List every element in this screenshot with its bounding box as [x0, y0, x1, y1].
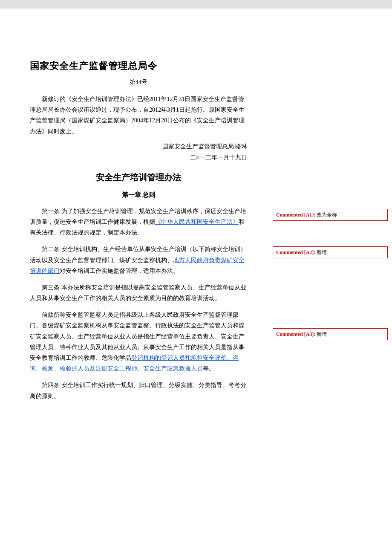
doc-number: 第44号 — [30, 78, 247, 86]
comment-a2-text: 新增 — [317, 249, 327, 255]
comment-a1-label: Commented [A1]: — [276, 212, 317, 218]
article-3-para2: 前款所称安全监管监察人员是指县级以上各级人民政府安全生产监督管理部门、各级煤矿安… — [30, 309, 247, 374]
article-4: 第四条 安全培训工作实行统一规划、归口管理、分级实施、分类指导、考考分离的原则。 — [30, 380, 247, 401]
comment-a3-text: 新增 — [317, 331, 327, 337]
comment-a3: Commented [A3]: 新增 — [273, 328, 388, 340]
comment-a2-label: Commented [A2]: — [276, 249, 317, 255]
intro-paragraph: 新修订的《安全生产培训管理办法》已经2011年12月31日国家安全生产监督管理总… — [30, 94, 247, 137]
article3-para2-prefix: 前款所称安全监管监察人员是指县级以上各级人民政府安全生产监督管理部门、各级煤矿安… — [30, 312, 245, 361]
article-3-para1: 第三条 本办法所称安全培训是指以提高安全监管监察人员、生产经营单位从业人员和从事… — [30, 282, 247, 304]
sub-title: 安全生产培训管理办法 — [30, 172, 247, 183]
main-content: zizinice.com.cn 国家安全生产监督管理总局令 第44号 新修订的《… — [0, 9, 268, 555]
chapter-title: 第一章 总则 — [30, 191, 247, 199]
main-title: 国家安全生产监督管理总局令 — [30, 60, 247, 72]
article2-suffix: 对安全培训工作实施监督管理，适用本办法。 — [60, 268, 179, 274]
sign-line: 国家安全生产监督管理总局 骆琳 — [30, 143, 247, 150]
comment-a2: Commented [A2]: 新增 — [273, 246, 388, 258]
page-container: zizinice.com.cn 国家安全生产监督管理总局令 第44号 新修订的《… — [0, 9, 392, 555]
article-2: 第二条 安全培训机构、生产经营单位从事安全生产培训（以下简称安全培训）活动以及安… — [30, 244, 247, 276]
comment-a1-text: 改为全称 — [317, 212, 337, 218]
article-1: 第一条 为了加强安全生产培训管理，规范安全生产培训秩序，保证安全生产培训质量，促… — [30, 206, 247, 238]
comment-a3-label: Commented [A3]: — [276, 331, 317, 337]
date-line: 二○一二年一月十九日 — [30, 154, 247, 162]
sidebar-comments: Commented [A1]: 改为全称 Commented [A2]: 新增 … — [268, 9, 392, 555]
comment-a1: Commented [A1]: 改为全称 — [273, 209, 388, 221]
article3-link2[interactable]: 安全生产应急救援人员 — [143, 365, 203, 372]
article3-suffix: 等。 — [203, 365, 215, 372]
article1-link[interactable]: 《中华人民共和国安全生产法》 — [155, 219, 239, 225]
